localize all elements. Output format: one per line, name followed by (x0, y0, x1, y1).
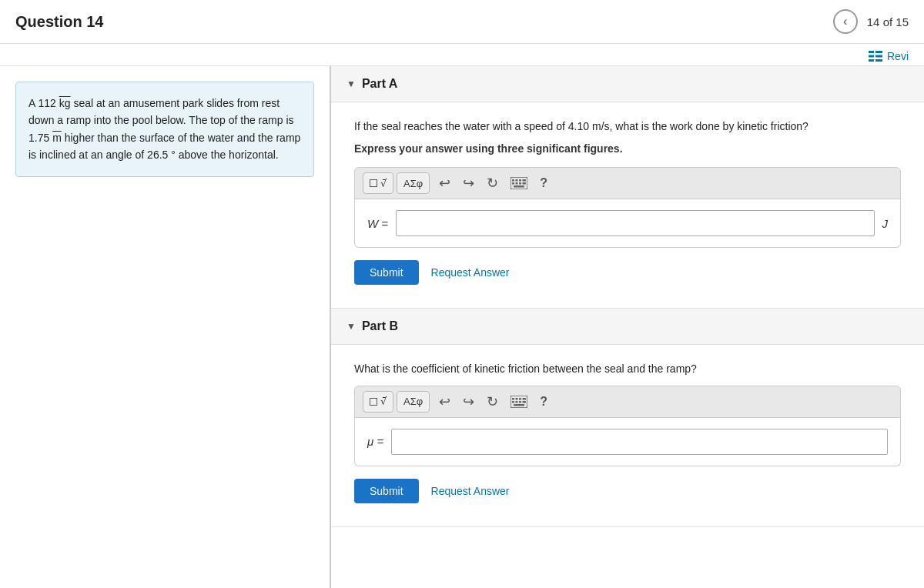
svg-rect-10 (523, 179, 527, 182)
svg-rect-2 (869, 59, 874, 62)
refresh-button-b[interactable]: ↻ (484, 392, 501, 412)
problem-box: A 112 kg seal at an amusement park slide… (15, 82, 314, 177)
part-b-chevron: ▼ (346, 321, 356, 332)
matrix-icon-a (370, 179, 377, 187)
svg-rect-4 (875, 55, 882, 58)
sqrt-symbol-a: √̄ (380, 178, 387, 189)
part-b-question: What is the coefficient of kinetic frict… (354, 360, 901, 377)
svg-rect-20 (523, 398, 527, 400)
part-a-label: Part A (362, 77, 398, 91)
part-b-submit-button[interactable]: Submit (354, 479, 419, 503)
svg-rect-11 (512, 182, 514, 185)
part-b-header[interactable]: ▼ Part B (331, 309, 924, 345)
part-a-header[interactable]: ▼ Part A (331, 66, 924, 102)
part-a-input[interactable] (396, 210, 874, 236)
svg-rect-15 (514, 185, 524, 188)
svg-rect-0 (869, 51, 874, 53)
nav-back-button[interactable]: ‹ (833, 9, 858, 34)
part-b-answer-label: μ = (367, 435, 383, 448)
ms-unit-a: m (592, 120, 601, 132)
header: Question 14 ‹ 14 of 15 (0, 0, 924, 44)
part-a-actions: Submit Request Answer (354, 260, 901, 285)
keyboard-icon-b (511, 396, 527, 408)
question-title: Question 14 (15, 13, 103, 31)
header-right: ‹ 14 of 15 (833, 9, 909, 34)
toolbar-group-a: √̄ ΑΣφ (363, 172, 430, 194)
sqrt-symbol-b: √̄ (380, 396, 387, 407)
part-a-toolbar: √̄ ΑΣφ ↩ ↪ ↻ (354, 167, 901, 199)
part-a-section: ▼ Part A If the seal reaches the water w… (331, 66, 924, 309)
undo-button-b[interactable]: ↩ (436, 392, 454, 412)
page-count: 14 of 15 (867, 15, 909, 28)
refresh-button-a[interactable]: ↻ (484, 173, 501, 193)
svg-rect-5 (875, 59, 882, 62)
svg-rect-7 (512, 179, 514, 182)
right-panel: ▼ Part A If the seal reaches the water w… (331, 66, 924, 588)
svg-rect-21 (512, 401, 514, 403)
part-a-chevron: ▼ (346, 79, 356, 89)
matrix-button-a[interactable]: √̄ (363, 172, 393, 194)
svg-rect-22 (516, 401, 518, 403)
kg-unit: kg (59, 97, 71, 109)
part-b-section: ▼ Part B What is the coefficient of kine… (331, 309, 924, 526)
part-a-submit-button[interactable]: Submit (354, 260, 419, 285)
part-b-toolbar: √̄ ΑΣφ ↩ ↪ ↻ (354, 386, 901, 418)
svg-rect-3 (875, 51, 882, 53)
svg-rect-13 (519, 182, 521, 185)
svg-rect-12 (516, 182, 518, 185)
redo-button-a[interactable]: ↪ (460, 173, 477, 193)
part-a-answer-row: W = J (367, 210, 888, 236)
left-panel: A 112 kg seal at an amusement park slide… (0, 66, 331, 588)
main-layout: A 112 kg seal at an amusement park slide… (0, 66, 924, 588)
help-button-b[interactable]: ? (537, 393, 551, 410)
keyboard-button-a[interactable] (507, 175, 531, 191)
redo-button-b[interactable]: ↪ (460, 392, 477, 412)
keyboard-icon-a (511, 177, 527, 189)
svg-rect-14 (523, 182, 527, 185)
review-bar: Revi (0, 44, 924, 66)
svg-rect-9 (519, 179, 521, 182)
svg-rect-19 (519, 398, 521, 400)
svg-rect-24 (523, 401, 527, 403)
part-b-label: Part B (362, 319, 398, 333)
svg-rect-25 (514, 404, 524, 406)
part-b-actions: Submit Request Answer (354, 479, 901, 503)
part-a-instruction: Express your answer using three signific… (354, 142, 901, 155)
review-button[interactable]: Revi (869, 50, 909, 62)
matrix-icon-b (370, 398, 377, 406)
svg-rect-23 (519, 401, 521, 403)
part-a-request-link[interactable]: Request Answer (431, 266, 510, 279)
matrix-button-b[interactable]: √̄ (363, 391, 393, 413)
part-b-answer-area: μ = (354, 418, 901, 466)
part-a-content: If the seal reaches the water with a spe… (331, 102, 924, 308)
greek-label-b: ΑΣφ (403, 396, 423, 407)
undo-button-a[interactable]: ↩ (436, 173, 454, 193)
review-label: Revi (887, 50, 909, 62)
toolbar-group-b: √̄ ΑΣφ (363, 391, 430, 413)
m-unit: m (52, 132, 62, 144)
problem-text: A 112 kg seal at an amusement park slide… (28, 95, 301, 164)
greek-button-a[interactable]: ΑΣφ (397, 172, 430, 194)
greek-button-b[interactable]: ΑΣφ (397, 391, 430, 413)
svg-rect-8 (516, 179, 518, 182)
help-button-a[interactable]: ? (537, 175, 551, 192)
part-a-question: If the seal reaches the water with a spe… (354, 118, 901, 135)
part-a-answer-area: W = J (354, 199, 901, 248)
svg-rect-18 (516, 398, 518, 400)
part-a-unit: J (882, 217, 889, 230)
keyboard-button-b[interactable] (507, 394, 531, 409)
part-a-answer-label: W = (367, 217, 388, 230)
greek-label-a: ΑΣφ (403, 178, 423, 189)
svg-rect-1 (869, 55, 874, 58)
svg-rect-17 (512, 398, 514, 400)
review-icon (869, 51, 882, 62)
part-b-input[interactable] (391, 429, 888, 455)
part-b-content: What is the coefficient of kinetic frict… (331, 345, 924, 526)
part-b-request-link[interactable]: Request Answer (431, 485, 510, 497)
part-b-answer-row: μ = (367, 429, 888, 455)
